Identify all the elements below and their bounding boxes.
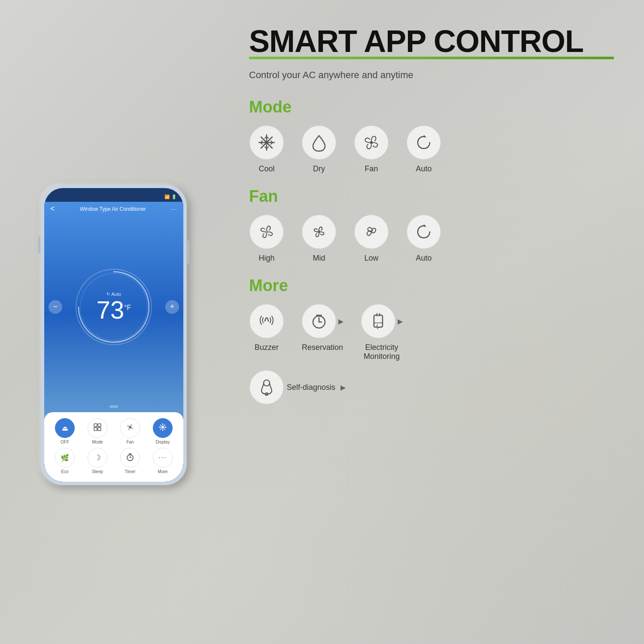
cool-label: Cool <box>258 164 274 173</box>
mode-label: ↻ Auto <box>97 292 131 297</box>
off-label: OFF <box>61 440 69 444</box>
fan-mid-label: Mid <box>313 254 325 263</box>
svg-marker-38 <box>424 224 426 227</box>
display-label: Display <box>156 440 170 444</box>
phone-nav: < Window Type Air Conditioner ··· <box>44 202 183 216</box>
reservation-arrow: ▶ <box>338 317 343 325</box>
electricity-row: ▶ <box>361 304 403 339</box>
self-diagnosis-label: Self-diagnosis <box>287 383 335 392</box>
power-icon: ⏏ <box>62 424 68 432</box>
fan-mode-label: Fan <box>365 164 378 173</box>
fan-button[interactable] <box>120 418 140 438</box>
phone-section: 📶 🔋 < Window Type Air Conditioner ··· − <box>0 0 228 644</box>
control-more[interactable]: ··· More <box>149 448 176 474</box>
svg-line-13 <box>164 428 165 429</box>
sleep-icon: ☽ <box>94 453 101 462</box>
mode-title: Mode <box>249 98 614 116</box>
svg-rect-2 <box>94 424 97 427</box>
sleep-label: Sleep <box>92 469 103 474</box>
controls-row-1: ⏏ OFF <box>49 418 179 444</box>
svg-point-36 <box>266 231 267 233</box>
temperature: 73°F <box>97 298 131 322</box>
more-options-button[interactable]: ··· <box>171 206 177 213</box>
fan-low-circle <box>354 214 389 249</box>
svg-line-15 <box>161 428 161 429</box>
control-sleep[interactable]: ☽ Sleep <box>84 448 111 474</box>
eco-button[interactable]: 🌿 <box>55 448 75 468</box>
thermostat-area: − <box>44 216 183 402</box>
more-icon: ··· <box>158 454 167 462</box>
back-button[interactable]: < <box>50 204 55 213</box>
fan-high-circle <box>249 214 284 249</box>
svg-rect-4 <box>94 428 97 431</box>
fan-auto: Auto <box>406 214 441 263</box>
buzzer-icon-circle <box>249 304 284 339</box>
mode-icons-row: Cool Dry <box>249 125 614 173</box>
mode-section: Mode <box>249 98 614 173</box>
timer-label: Timer <box>125 469 135 474</box>
title-smart: SMART <box>249 24 364 58</box>
phone-frame: 📶 🔋 < Window Type Air Conditioner ··· − <box>41 185 187 485</box>
svg-point-33 <box>370 141 373 144</box>
sleep-button[interactable]: ☽ <box>88 448 107 468</box>
fan-low-label: Low <box>364 254 378 263</box>
timer-button[interactable] <box>120 448 140 468</box>
more-icons-row: Buzzer ▶ <box>249 304 614 361</box>
fan-auto-circle <box>406 214 441 249</box>
battery-icon: 🔋 <box>171 194 176 199</box>
svg-rect-3 <box>98 424 101 427</box>
auto-mode-label: Auto <box>416 164 431 173</box>
temp-display: ↻ Auto 73°F <box>97 292 131 322</box>
control-off[interactable]: ⏏ OFF <box>52 418 78 444</box>
electricity-arrow: ▶ <box>398 317 403 325</box>
eco-icon: 🌿 <box>61 454 69 462</box>
ac-screen: < Window Type Air Conditioner ··· − <box>44 202 183 482</box>
mode-fan: Fan <box>354 125 389 173</box>
control-eco[interactable]: 🌿 Eco <box>52 448 78 474</box>
mode-label: Mode <box>92 440 103 444</box>
plus-button[interactable]: + <box>165 300 179 314</box>
svg-line-14 <box>164 425 165 426</box>
controls-row-2: 🌿 Eco ☽ Sleep <box>49 448 179 474</box>
off-button[interactable]: ⏏ <box>55 418 75 438</box>
subtitle: Control your AC anywhere and anytime <box>249 70 614 81</box>
buzzer-item: Buzzer <box>249 304 284 352</box>
auto-icon-circle <box>406 125 441 160</box>
control-mode[interactable]: Mode <box>84 418 111 444</box>
reservation-icon-circle <box>301 304 337 339</box>
mode-auto: Auto <box>406 125 441 173</box>
more-button[interactable]: ··· <box>153 448 173 468</box>
cool-icon-circle <box>249 125 284 160</box>
svg-point-47 <box>264 380 270 386</box>
wifi-icon: 📶 <box>164 194 170 199</box>
reservation-row: ▶ <box>301 304 343 339</box>
fan-mid: Mid <box>301 214 337 263</box>
reservation-label: Reservation <box>302 343 343 352</box>
auto-icon: ↻ <box>106 292 110 296</box>
svg-point-6 <box>129 426 131 428</box>
dry-icon-circle <box>301 125 337 160</box>
controls-panel: ⏏ OFF <box>44 412 183 482</box>
control-display[interactable]: Display <box>149 418 176 444</box>
control-timer[interactable]: Timer <box>117 448 143 474</box>
fan-mid-circle <box>301 214 337 249</box>
electricity-item: ▶ ElectricityMonitoring <box>361 304 403 361</box>
circle-container: ↻ Auto 73°F <box>71 264 157 350</box>
self-diagnosis-arrow: ▶ <box>340 383 346 392</box>
fan-auto-label: Auto <box>416 254 431 263</box>
svg-line-12 <box>161 425 161 426</box>
phone-screen: 📶 🔋 < Window Type Air Conditioner ··· − <box>44 188 183 482</box>
info-section: SMART APP CONTROL Control your AC anywhe… <box>228 0 644 644</box>
page-title: SMART APP CONTROL <box>249 26 614 66</box>
fan-high-label: High <box>258 254 274 263</box>
minus-button[interactable]: − <box>49 300 62 314</box>
fan-section: Fan Hig <box>249 187 614 263</box>
electricity-icon-circle <box>361 304 396 339</box>
svg-marker-34 <box>424 135 426 137</box>
display-icon <box>158 422 167 434</box>
mode-button[interactable] <box>88 418 107 438</box>
display-button[interactable] <box>153 418 173 438</box>
control-fan[interactable]: Fan <box>117 418 143 444</box>
more-title: More <box>249 276 614 295</box>
timer-icon <box>125 452 135 463</box>
